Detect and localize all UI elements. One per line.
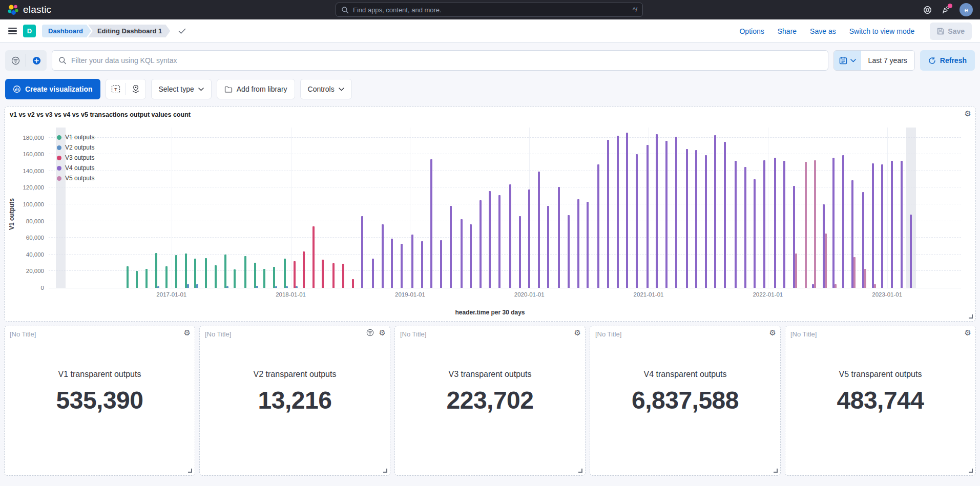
bar-v5-outputs[interactable] [814, 160, 816, 288]
refresh-button[interactable]: Refresh [920, 50, 975, 71]
bar-v1-outputs[interactable] [145, 269, 148, 288]
bar-v4-outputs[interactable] [450, 206, 452, 288]
legend-item[interactable]: V4 outputs [57, 164, 94, 172]
bar-v4-outputs[interactable] [901, 161, 903, 288]
bar-v4-outputs[interactable] [636, 154, 638, 288]
breadcrumb-dashboard[interactable]: Dashboard [42, 25, 91, 37]
bar-v4-outputs[interactable] [832, 158, 835, 288]
bar-v4-outputs[interactable] [617, 136, 619, 288]
bar-v4-outputs[interactable] [421, 241, 423, 288]
bar-v4-outputs[interactable] [774, 158, 776, 288]
bar-v5-outputs[interactable] [825, 234, 827, 288]
bar-v1-outputs[interactable] [273, 267, 275, 288]
bar-v1-outputs[interactable] [215, 265, 217, 288]
gear-icon[interactable]: ⚙ [184, 329, 191, 336]
global-search[interactable]: ^/ [336, 3, 643, 17]
bar-v4-outputs[interactable] [382, 224, 384, 288]
bar-v4-outputs[interactable] [509, 184, 511, 288]
bar-v4-outputs[interactable] [440, 240, 442, 288]
bar-v4-outputs[interactable] [528, 189, 530, 288]
bar-v4-outputs[interactable] [587, 202, 589, 288]
bar-v4-outputs[interactable] [872, 163, 874, 288]
bar-v4-outputs[interactable] [675, 137, 677, 288]
global-search-input[interactable] [353, 6, 629, 14]
add-from-library-button[interactable]: Add from library [217, 79, 295, 99]
bar-v4-outputs[interactable] [647, 145, 649, 288]
bar-v4-outputs[interactable] [411, 235, 413, 288]
legend-item[interactable]: V3 outputs [57, 154, 94, 161]
bar-v4-outputs[interactable] [361, 216, 363, 288]
bar-v3-outputs[interactable] [322, 260, 324, 288]
bar-v1-outputs[interactable] [284, 259, 286, 288]
bar-v4-outputs[interactable] [558, 187, 560, 288]
bar-v2-outputs[interactable] [296, 286, 298, 288]
bar-v4-outputs[interactable] [538, 172, 540, 288]
bar-v4-outputs[interactable] [705, 155, 707, 288]
save-button[interactable]: Save [930, 23, 972, 40]
bar-v4-outputs[interactable] [842, 155, 844, 288]
bar-v4-outputs[interactable] [489, 191, 491, 288]
create-visualization-button[interactable]: Create visualization [5, 79, 100, 99]
bar-v4-outputs[interactable] [461, 219, 463, 288]
add-filter-icon[interactable] [26, 50, 47, 71]
date-picker-calendar-button[interactable] [834, 51, 861, 70]
bar-v1-outputs[interactable] [136, 271, 138, 288]
bar-v4-outputs[interactable] [568, 215, 570, 288]
bar-v2-outputs[interactable] [275, 286, 277, 288]
bar-v4-outputs[interactable] [607, 140, 609, 288]
panel-resize-handle[interactable] [969, 314, 973, 319]
gear-icon[interactable]: ⚙ [965, 110, 971, 117]
bar-v1-outputs[interactable] [127, 266, 129, 288]
bar-v1-outputs[interactable] [155, 253, 157, 288]
legend-item[interactable]: V5 outputs [57, 175, 94, 182]
share-link[interactable]: Share [778, 27, 797, 35]
bar-v1-outputs[interactable] [234, 269, 236, 288]
elastic-brand[interactable]: elastic [7, 4, 51, 16]
bar-v3-outputs[interactable] [332, 263, 335, 288]
bar-v4-outputs[interactable] [372, 259, 374, 288]
bar-v4-outputs[interactable] [695, 150, 697, 288]
bar-v2-outputs[interactable] [226, 286, 228, 288]
bar-v4-outputs[interactable] [479, 200, 482, 288]
bar-v4-outputs[interactable] [547, 206, 549, 288]
bar-v4-outputs[interactable] [735, 161, 737, 288]
bar-v5-outputs[interactable] [853, 257, 856, 288]
panel-resize-handle[interactable] [578, 469, 582, 473]
bar-v3-outputs[interactable] [294, 261, 296, 288]
save-as-link[interactable]: Save as [810, 27, 836, 35]
bar-v3-outputs[interactable] [342, 264, 344, 288]
bar-v4-outputs[interactable] [430, 159, 432, 288]
bar-v1-outputs[interactable] [224, 255, 226, 288]
bar-v4-outputs[interactable] [714, 135, 716, 288]
bar-v4-outputs[interactable] [686, 149, 688, 288]
bar-v1-outputs[interactable] [254, 263, 256, 288]
filter-icon[interactable] [366, 329, 374, 337]
panel-resize-handle[interactable] [969, 469, 973, 473]
bar-v3-outputs[interactable] [352, 279, 354, 288]
gear-icon[interactable]: ⚙ [769, 329, 776, 336]
bar-v4-outputs[interactable] [597, 164, 599, 288]
menu-icon[interactable] [8, 28, 17, 35]
gear-icon[interactable]: ⚙ [379, 329, 386, 337]
bar-v1-outputs[interactable] [175, 255, 177, 288]
bar-v4-outputs[interactable] [665, 141, 668, 288]
bar-v4-outputs[interactable] [881, 164, 883, 288]
news-feed-icon[interactable] [941, 5, 950, 14]
bar-v4-outputs[interactable] [754, 179, 756, 288]
bar-v4-outputs[interactable] [498, 195, 501, 288]
bar-v4-outputs[interactable] [724, 142, 726, 288]
panel-resize-handle[interactable] [383, 469, 387, 473]
check-icon[interactable] [178, 28, 186, 34]
bar-v4-outputs[interactable] [519, 216, 521, 288]
controls-button[interactable]: Controls [300, 79, 352, 99]
maps-icon[interactable] [126, 79, 145, 99]
bar-v5-outputs[interactable] [795, 253, 797, 288]
panel-resize-handle[interactable] [774, 469, 778, 473]
filter-menu-icon[interactable] [5, 50, 26, 71]
bar-v4-outputs[interactable] [470, 224, 472, 288]
text-markdown-icon[interactable]: T [106, 79, 126, 99]
legend-item[interactable]: V1 outputs [57, 134, 94, 141]
bar-v4-outputs[interactable] [626, 133, 628, 288]
gear-icon[interactable]: ⚙ [965, 329, 971, 336]
bar-v4-outputs[interactable] [744, 167, 746, 288]
